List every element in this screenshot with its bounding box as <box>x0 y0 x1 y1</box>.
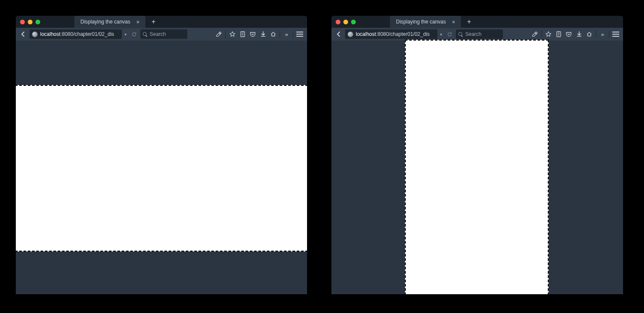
search-box[interactable] <box>140 29 187 39</box>
close-tab-icon[interactable]: × <box>452 19 455 25</box>
library-button[interactable] <box>238 29 247 39</box>
canvas-element <box>16 85 307 252</box>
pocket-button[interactable] <box>564 29 573 39</box>
reload-button[interactable] <box>445 29 454 39</box>
globe-icon <box>348 32 353 37</box>
new-tab-button[interactable]: + <box>461 18 477 26</box>
url-bar[interactable]: localhost:8080/chapter01/02_dis <box>30 29 122 39</box>
url-dropdown-icon[interactable]: ▾ <box>439 32 443 37</box>
page-viewport <box>16 41 307 294</box>
home-button[interactable] <box>269 29 278 39</box>
search-input[interactable] <box>465 31 500 37</box>
maximize-window-button[interactable] <box>351 20 356 24</box>
chevron-more-icon: » <box>285 31 288 38</box>
window-controls <box>331 20 360 24</box>
search-input[interactable] <box>150 31 185 37</box>
bookmark-button[interactable] <box>544 29 553 39</box>
menu-button[interactable] <box>295 29 304 39</box>
close-window-button[interactable] <box>20 20 25 24</box>
toolbar: localhost:8080/chapter01/02_dis ▾ <box>16 28 307 41</box>
minimize-window-button[interactable] <box>28 20 32 24</box>
search-icon <box>458 32 463 37</box>
pocket-button[interactable] <box>248 29 257 39</box>
overflow-button[interactable]: » <box>598 29 607 39</box>
reload-button[interactable] <box>129 29 139 39</box>
downloads-button[interactable] <box>574 29 584 39</box>
close-window-button[interactable] <box>336 20 340 24</box>
toolbar: localhost:8080/chapter01/02_dis ▾ <box>331 28 623 41</box>
plus-icon: + <box>467 18 471 26</box>
tab-bar: Displaying the canvas × + <box>331 16 623 28</box>
plus-icon: + <box>151 18 155 26</box>
tab-title: Displaying the canvas <box>80 19 130 25</box>
url-dropdown-icon[interactable]: ▾ <box>124 32 127 37</box>
home-button[interactable] <box>585 29 594 39</box>
globe-icon <box>32 32 38 37</box>
devtools-button[interactable] <box>214 29 224 39</box>
back-button[interactable] <box>334 29 343 39</box>
browser-window-right: Displaying the canvas × + localhost:8080… <box>331 16 623 294</box>
devtools-button[interactable] <box>530 29 540 39</box>
hamburger-icon <box>296 32 303 37</box>
new-tab-button[interactable]: + <box>145 18 161 26</box>
library-button[interactable] <box>554 29 563 39</box>
url-text: localhost:8080/chapter01/02_dis <box>356 31 430 37</box>
minimize-window-button[interactable] <box>343 20 348 24</box>
search-icon <box>143 32 148 37</box>
back-button[interactable] <box>18 29 28 39</box>
downloads-button[interactable] <box>258 29 268 39</box>
chevron-more-icon: » <box>601 31 604 38</box>
hamburger-icon <box>612 32 619 37</box>
menu-button[interactable] <box>611 29 620 39</box>
bookmark-button[interactable] <box>227 29 237 39</box>
url-text: localhost:8080/chapter01/02_dis <box>40 31 114 37</box>
close-tab-icon[interactable]: × <box>136 19 140 25</box>
maximize-window-button[interactable] <box>35 20 40 24</box>
tab-bar: Displaying the canvas × + <box>16 16 307 28</box>
active-tab[interactable]: Displaying the canvas × <box>390 16 461 28</box>
window-controls <box>16 20 44 24</box>
overflow-button[interactable]: » <box>282 29 291 39</box>
url-bar[interactable]: localhost:8080/chapter01/02_dis <box>345 29 437 39</box>
canvas-element <box>405 40 549 294</box>
search-box[interactable] <box>456 29 503 39</box>
browser-window-left: Displaying the canvas × + localhost:8080… <box>16 16 307 294</box>
page-viewport <box>331 41 623 294</box>
tab-title: Displaying the canvas <box>396 19 446 25</box>
active-tab[interactable]: Displaying the canvas × <box>74 16 145 28</box>
